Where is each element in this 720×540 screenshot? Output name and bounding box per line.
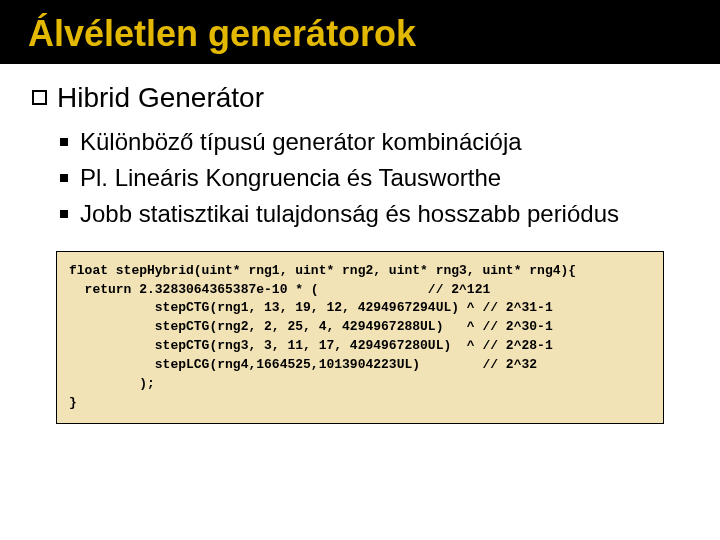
list-item: Különböző típusú generátor kombinációja xyxy=(60,126,688,158)
bullet-icon xyxy=(60,138,68,146)
list-item-text: Különböző típusú generátor kombinációja xyxy=(80,126,522,158)
bullet-icon xyxy=(60,174,68,182)
slide-title: Álvéletlen generátorok xyxy=(0,0,720,64)
code-block: float stepHybrid(uint* rng1, uint* rng2,… xyxy=(56,251,664,424)
bullet-list: Különböző típusú generátor kombinációja … xyxy=(60,126,688,231)
slide-content: Hibrid Generátor Különböző típusú generá… xyxy=(0,64,720,424)
slide: Álvéletlen generátorok Hibrid Generátor … xyxy=(0,0,720,540)
heading-text: Hibrid Generátor xyxy=(57,82,264,114)
list-item-text: Pl. Lineáris Kongruencia és Tausworthe xyxy=(80,162,501,194)
bullet-icon xyxy=(60,210,68,218)
list-item-text: Jobb statisztikai tulajdonság és hosszab… xyxy=(80,198,619,230)
list-item: Pl. Lineáris Kongruencia és Tausworthe xyxy=(60,162,688,194)
list-item: Jobb statisztikai tulajdonság és hosszab… xyxy=(60,198,688,230)
heading-line: Hibrid Generátor xyxy=(32,82,688,114)
square-bullet-icon xyxy=(32,90,47,105)
